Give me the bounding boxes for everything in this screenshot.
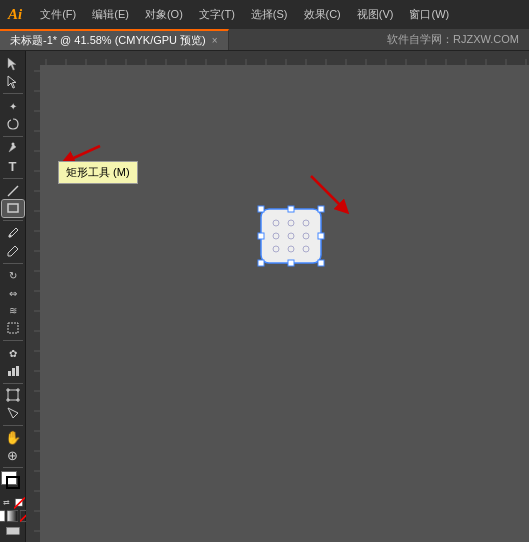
stroke-color[interactable] (6, 476, 20, 489)
hand-tool[interactable]: ✋ (2, 429, 24, 447)
tab-right-info: 软件自学网：RJZXW.COM (377, 32, 529, 47)
menu-window[interactable]: 窗口(W) (401, 3, 457, 26)
svg-rect-96 (318, 260, 324, 266)
menu-file[interactable]: 文件(F) (32, 3, 84, 26)
active-tab[interactable]: 未标题-1* @ 41.58% (CMYK/GPU 预览) × (0, 29, 229, 50)
type-tool[interactable]: T (2, 157, 24, 175)
canvas-area[interactable]: 矩形工具 (M) (26, 51, 529, 542)
symbol-tool[interactable]: ✿ (2, 344, 24, 362)
tooltip: 矩形工具 (M) (58, 161, 138, 184)
svg-rect-53 (26, 51, 40, 542)
menu-object[interactable]: 对象(O) (137, 3, 191, 26)
separator-9 (3, 467, 23, 468)
menu-select[interactable]: 选择(S) (243, 3, 296, 26)
selection-tool[interactable] (2, 55, 24, 73)
svg-rect-10 (16, 366, 19, 376)
svg-rect-26 (6, 528, 19, 535)
separator-5 (3, 263, 23, 264)
svg-line-6 (15, 246, 18, 249)
menu-type[interactable]: 文字(T) (191, 3, 243, 26)
svg-rect-7 (8, 323, 18, 333)
svg-rect-95 (258, 260, 264, 266)
tab-title: 未标题-1* @ 41.58% (CMYK/GPU 预览) (10, 33, 206, 48)
menu-bar: 文件(F) 编辑(E) 对象(O) 文字(T) 选择(S) 效果(C) 视图(V… (32, 3, 521, 26)
artboard-tool[interactable] (2, 386, 24, 404)
svg-point-5 (8, 234, 11, 237)
graph-tool[interactable] (2, 362, 24, 380)
svg-rect-100 (318, 233, 324, 239)
normal-mode-btn[interactable] (2, 524, 24, 538)
magic-wand-tool[interactable]: ✦ (2, 97, 24, 115)
warp-tool[interactable]: ≋ (2, 302, 24, 320)
svg-rect-23 (7, 510, 18, 521)
svg-rect-22 (0, 510, 5, 521)
svg-rect-11 (8, 390, 18, 400)
direct-selection-tool[interactable] (2, 73, 24, 91)
svg-marker-1 (8, 76, 16, 88)
separator-6 (3, 340, 23, 341)
lasso-tool[interactable] (2, 115, 24, 133)
svg-point-2 (11, 143, 14, 146)
separator-1 (3, 93, 23, 94)
free-transform-tool[interactable] (2, 320, 24, 338)
toolbar-arrow (62, 141, 102, 173)
zoom-tool[interactable]: ⊕ (2, 446, 24, 464)
svg-rect-9 (12, 368, 15, 376)
rotate-tool[interactable]: ↻ (2, 266, 24, 284)
gradient-btn[interactable] (7, 510, 18, 521)
ruler-vertical (26, 51, 40, 542)
svg-line-3 (8, 186, 18, 196)
svg-rect-94 (318, 206, 324, 212)
svg-rect-97 (288, 206, 294, 212)
svg-rect-99 (258, 233, 264, 239)
tab-close-button[interactable]: × (212, 35, 218, 46)
rectangle-tool[interactable] (2, 200, 24, 218)
drawing-mode-buttons (2, 524, 24, 538)
pen-tool[interactable] (2, 140, 24, 158)
reflect-tool[interactable]: ⇔ (2, 284, 24, 302)
separator-7 (3, 383, 23, 384)
separator-4 (3, 220, 23, 221)
reset-color[interactable] (14, 497, 25, 508)
separator-8 (3, 425, 23, 426)
left-toolbar: ✦ T (0, 51, 26, 542)
main-layout: ✦ T (0, 51, 529, 542)
tab-bar: 未标题-1* @ 41.58% (CMYK/GPU 预览) × 软件自学网：RJ… (0, 29, 529, 51)
line-tool[interactable] (2, 182, 24, 200)
separator-3 (3, 178, 23, 179)
separator-2 (3, 136, 23, 137)
solid-color-btn[interactable] (0, 510, 5, 521)
svg-rect-8 (8, 371, 11, 376)
menu-edit[interactable]: 编辑(E) (84, 3, 137, 26)
svg-rect-4 (8, 204, 18, 212)
color-controls: ⇄ (1, 497, 25, 508)
paintbrush-tool[interactable] (2, 224, 24, 242)
svg-rect-98 (288, 260, 294, 266)
title-bar: Ai 文件(F) 编辑(E) 对象(O) 文字(T) 选择(S) 效果(C) 视… (0, 0, 529, 29)
svg-rect-83 (261, 209, 321, 263)
ruler-horizontal (26, 51, 529, 65)
svg-rect-27 (26, 51, 529, 65)
ai-logo: Ai (8, 6, 22, 23)
selected-shape[interactable] (251, 201, 331, 271)
fill-stroke-selector[interactable] (1, 471, 25, 495)
pencil-tool[interactable] (2, 242, 24, 260)
menu-view[interactable]: 视图(V) (349, 3, 402, 26)
svg-rect-93 (258, 206, 264, 212)
swap-fill-stroke[interactable]: ⇄ (1, 497, 12, 508)
slice-tool[interactable] (2, 404, 24, 422)
svg-marker-0 (8, 58, 16, 70)
svg-line-80 (67, 146, 100, 161)
menu-effect[interactable]: 效果(C) (296, 3, 349, 26)
